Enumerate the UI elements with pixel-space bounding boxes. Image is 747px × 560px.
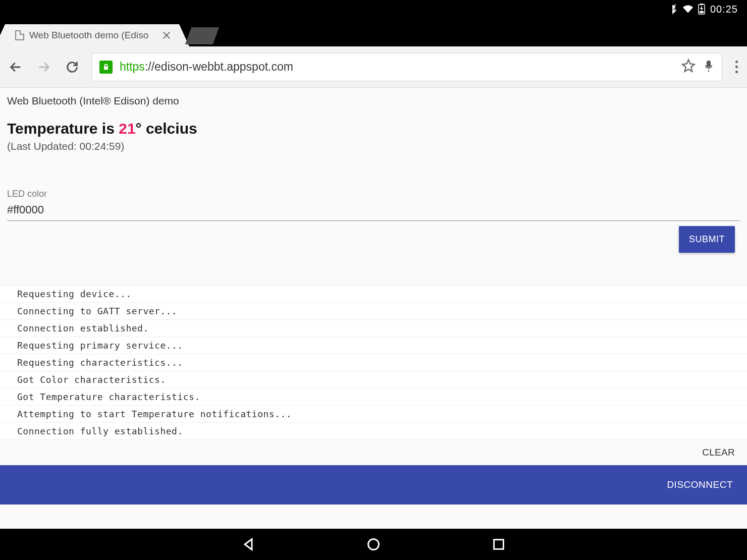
- browser-menu-button[interactable]: [733, 59, 740, 75]
- log-entry: Requesting device...: [0, 286, 747, 303]
- bookmark-star-icon[interactable]: [681, 59, 696, 76]
- back-button[interactable]: [7, 59, 24, 76]
- secure-lock-icon: [99, 61, 113, 74]
- svg-point-3: [368, 539, 379, 550]
- last-updated-text: (Last Updated: 00:24:59): [7, 140, 740, 152]
- clear-button[interactable]: CLEAR: [0, 440, 747, 465]
- bluetooth-icon: [668, 4, 678, 14]
- address-bar[interactable]: https://edison-webbt.appspot.com: [92, 53, 722, 81]
- page-title: Web Bluetooth (Intel® Edison) demo: [7, 95, 740, 107]
- log-entry: Connection established.: [0, 320, 747, 337]
- temperature-readout: Temperature is 21° celcius: [7, 120, 740, 137]
- log-entry: Got Temperature characteristics.: [0, 388, 747, 406]
- svg-rect-4: [494, 540, 504, 549]
- wifi-icon: [683, 4, 693, 14]
- log-entry: Got Color characteristics.: [0, 371, 747, 388]
- log-entry: Connecting to GATT server...: [0, 303, 747, 320]
- log-entry: Attempting to start Temperature notifica…: [0, 406, 747, 423]
- log-entry: Connection fully established.: [0, 423, 747, 440]
- url-text: https://edison-webbt.appspot.com: [120, 60, 293, 74]
- led-color-label: LED color: [7, 189, 740, 199]
- led-color-input[interactable]: [7, 201, 740, 221]
- svg-rect-2: [700, 11, 704, 13]
- web-page: Web Bluetooth (Intel® Edison) demo Tempe…: [0, 88, 747, 529]
- android-status-bar: 00:25: [0, 0, 747, 18]
- submit-button[interactable]: SUBMIT: [679, 226, 735, 253]
- android-recent-button[interactable]: [492, 537, 506, 551]
- new-tab-button[interactable]: [185, 27, 219, 44]
- browser-tab-strip: Web Bluetooth demo (Ediso: [0, 18, 747, 46]
- browser-toolbar: https://edison-webbt.appspot.com: [0, 46, 747, 88]
- log-entry: Requesting characteristics...: [0, 354, 747, 371]
- disconnect-button[interactable]: DISCONNECT: [0, 465, 747, 505]
- log-entry: Requesting primary service...: [0, 337, 747, 354]
- browser-tab-active[interactable]: Web Bluetooth demo (Ediso: [5, 24, 179, 46]
- temperature-value: 21: [119, 120, 135, 137]
- tab-close-button[interactable]: [162, 31, 171, 40]
- voice-search-icon[interactable]: [703, 59, 715, 76]
- android-nav-bar: [0, 529, 747, 560]
- forward-button: [35, 59, 52, 76]
- connection-log: Requesting device...Connecting to GATT s…: [0, 285, 747, 440]
- reload-button[interactable]: [64, 59, 81, 76]
- android-back-button[interactable]: [241, 537, 255, 551]
- android-home-button[interactable]: [366, 537, 381, 551]
- status-clock: 00:25: [710, 4, 738, 15]
- tab-title: Web Bluetooth demo (Ediso: [29, 30, 157, 41]
- battery-icon: [698, 4, 705, 15]
- page-icon: [15, 30, 24, 40]
- svg-rect-1: [700, 4, 703, 5]
